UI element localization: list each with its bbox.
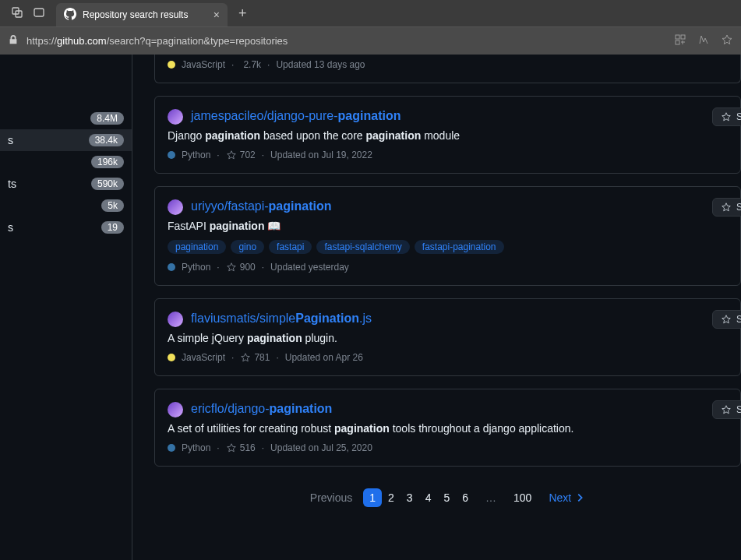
- topic-tag[interactable]: pagination: [168, 240, 226, 254]
- pagination-last[interactable]: 100: [507, 488, 538, 507]
- result-card: flaviusmatis/simplePagination.js Star A …: [154, 298, 741, 376]
- lock-icon: [8, 34, 19, 48]
- sidebar-item-count: 590k: [91, 178, 124, 190]
- updated-label: Updated on Jul 19, 2022: [270, 150, 372, 160]
- star-button[interactable]: Star: [712, 107, 741, 126]
- pagination-next[interactable]: Next: [549, 491, 585, 504]
- avatar[interactable]: [168, 109, 183, 125]
- topic-tag[interactable]: fastapi-sqlalchemy: [316, 240, 409, 254]
- tab-bar: Repository search results × +: [0, 0, 741, 26]
- updated-label: Updated yesterday: [270, 262, 349, 273]
- result-meta-partial: JavaScript · 2.7k · Updated 13 days ago: [154, 55, 741, 83]
- result-meta: Python · 900 · Updated yesterday: [168, 262, 728, 273]
- repo-description: A set of utilities for creating robust p…: [168, 422, 728, 435]
- sidebar-item-label: s: [8, 134, 83, 146]
- avatar[interactable]: [168, 312, 183, 327]
- pagination-page[interactable]: 6: [456, 488, 475, 507]
- stars-count[interactable]: 516: [226, 442, 256, 453]
- repo-link[interactable]: ericflo/django-pagination: [191, 402, 332, 416]
- star-label: Star: [736, 202, 741, 213]
- pagination-page[interactable]: 5: [437, 488, 456, 507]
- workspaces-icon[interactable]: [11, 6, 23, 21]
- repo-link[interactable]: jamespacileo/django-pure-pagination: [191, 109, 400, 123]
- sidebar-filter-item[interactable]: s19: [0, 217, 132, 238]
- search-results: JavaScript · 2.7k · Updated 13 days ago …: [132, 55, 741, 560]
- star-button[interactable]: Star: [712, 400, 741, 419]
- result-meta: Python · 702 · Updated on Jul 19, 2022: [168, 150, 728, 160]
- language-label: JavaScript: [182, 352, 225, 363]
- pagination-prev: Previous: [310, 491, 352, 504]
- sidebar-item-count: 196k: [91, 156, 124, 168]
- star-label: Star: [736, 404, 741, 415]
- repo-link[interactable]: uriyyo/fastapi-pagination: [191, 199, 331, 213]
- sidebar-item-count: 19: [101, 221, 124, 234]
- topic-list: paginationginofastapifastapi-sqlalchemyf…: [168, 240, 728, 254]
- svg-rect-5: [676, 41, 679, 44]
- sidebar-filter-item[interactable]: 5k: [0, 195, 132, 217]
- pagination-page[interactable]: 4: [419, 488, 438, 507]
- filter-sidebar: 8.4Ms38.4k196kts590k5ks19: [0, 55, 132, 560]
- sidebar-item-count: 5k: [101, 199, 124, 212]
- sidebar-filter-item[interactable]: 196k: [0, 151, 132, 173]
- topic-tag[interactable]: fastapi: [269, 240, 312, 254]
- star-icon: [721, 111, 732, 122]
- new-tab-button[interactable]: +: [234, 5, 252, 22]
- favorites-icon[interactable]: [721, 33, 733, 48]
- sidebar-item-count: 38.4k: [89, 134, 124, 146]
- sidebar-item-label: s: [8, 221, 95, 234]
- pagination: Previous 123456 … 100 Next: [154, 488, 741, 507]
- sidebar-item-label: ts: [8, 178, 85, 190]
- pagination-page[interactable]: 3: [400, 488, 419, 507]
- stars-count[interactable]: 781: [240, 352, 270, 363]
- result-card: ericflo/django-pagination Star A set of …: [154, 389, 741, 467]
- tab-title: Repository search results: [83, 9, 207, 20]
- pagination-page[interactable]: 1: [363, 488, 382, 507]
- address-bar[interactable]: https://github.com/search?q=pagination&t…: [0, 26, 741, 55]
- result-card: uriyyo/fastapi-pagination Star FastAPI p…: [154, 186, 741, 286]
- avatar[interactable]: [168, 199, 183, 215]
- topic-tag[interactable]: fastapi-pagination: [415, 240, 504, 254]
- repo-description: FastAPI pagination 📖: [168, 220, 728, 232]
- topic-tag[interactable]: gino: [231, 240, 264, 254]
- close-icon[interactable]: ×: [213, 9, 220, 21]
- updated-label: Updated on Jul 25, 2020: [270, 442, 372, 453]
- sidebar-filter-item[interactable]: 8.4M: [0, 107, 132, 129]
- svg-rect-3: [676, 35, 679, 39]
- repo-description: A simple jQuery pagination plugin.: [168, 332, 728, 344]
- star-label: Star: [736, 314, 741, 325]
- updated-label: Updated 13 days ago: [276, 59, 365, 70]
- pagination-page[interactable]: 2: [382, 488, 400, 507]
- svg-rect-2: [34, 9, 44, 16]
- chevron-right-icon: [574, 492, 585, 503]
- sidebar-filter-item[interactable]: s38.4k: [0, 129, 132, 151]
- tabs-icon[interactable]: [33, 6, 45, 21]
- browser-tab[interactable]: Repository search results ×: [56, 3, 228, 26]
- updated-label: Updated on Apr 26: [285, 352, 363, 363]
- star-icon: [721, 314, 732, 325]
- language-dot: [168, 263, 175, 271]
- language-label: Python: [182, 442, 210, 453]
- stars-count[interactable]: 900: [226, 262, 256, 273]
- star-button[interactable]: Star: [712, 310, 741, 329]
- pagination-ellipsis: …: [485, 491, 496, 504]
- language-dot: [168, 61, 175, 69]
- star-button[interactable]: Star: [712, 198, 741, 217]
- result-meta: JavaScript · 781 · Updated on Apr 26: [168, 352, 728, 363]
- url-text: https://github.com/search?q=pagination&t…: [26, 35, 666, 47]
- apps-icon[interactable]: [674, 33, 686, 48]
- language-label: JavaScript: [182, 59, 225, 70]
- sidebar-item-count: 8.4M: [90, 112, 124, 125]
- language-label: Python: [182, 262, 210, 273]
- avatar[interactable]: [168, 402, 183, 417]
- result-card: jamespacileo/django-pure-pagination Star…: [154, 96, 741, 174]
- star-label: Star: [736, 111, 741, 122]
- read-aloud-icon[interactable]: [697, 33, 710, 48]
- github-icon: [64, 8, 76, 23]
- language-dot: [168, 354, 175, 361]
- star-icon: [721, 202, 732, 213]
- sidebar-filter-item[interactable]: ts590k: [0, 173, 132, 195]
- repo-link[interactable]: flaviusmatis/simplePagination.js: [191, 312, 372, 326]
- stars-count[interactable]: 2.7k: [240, 59, 261, 70]
- stars-count[interactable]: 702: [226, 150, 256, 160]
- repo-description: Django pagination based upon the core pa…: [168, 129, 728, 142]
